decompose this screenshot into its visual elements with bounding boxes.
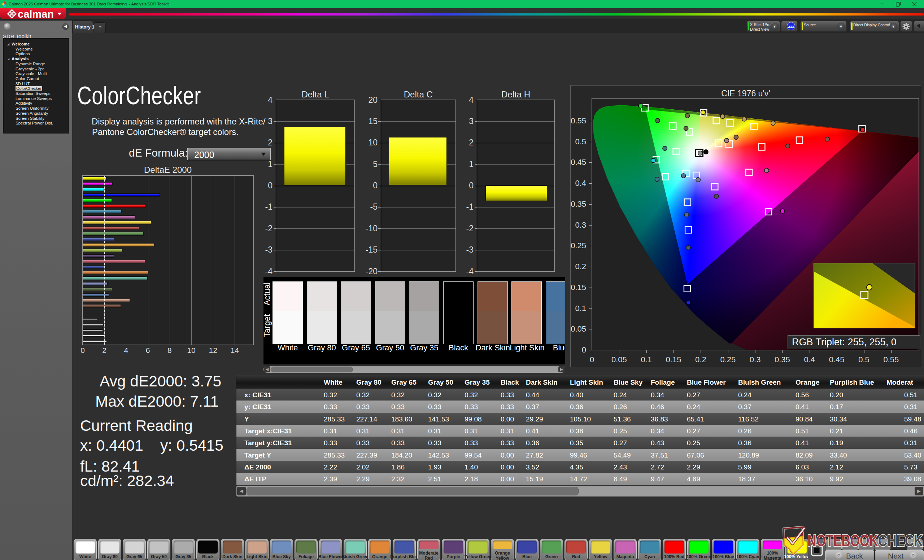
svg-text:CHECK: CHECK [878,531,923,550]
svg-text:NOTEBOOK: NOTEBOOK [807,531,878,550]
